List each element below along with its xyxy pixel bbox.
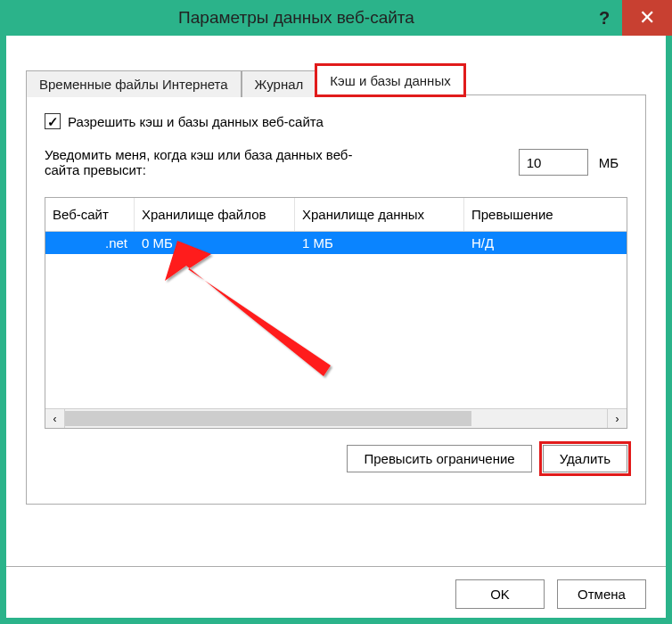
tab-temp-files[interactable]: Временные файлы Интернета [26, 70, 242, 97]
th-datastore[interactable]: Хранилище данных [295, 198, 464, 231]
window-title: Параметры данных веб-сайта [6, 8, 586, 28]
notify-unit: МБ [599, 155, 619, 170]
scroll-right-icon[interactable]: › [607, 409, 627, 428]
scroll-thumb[interactable] [65, 411, 471, 426]
help-button[interactable]: ? [586, 0, 622, 36]
table-body: .net 0 МБ 1 МБ Н/Д [45, 232, 627, 408]
titlebar-controls: ? ✕ [586, 0, 672, 36]
scroll-left-icon[interactable]: ‹ [45, 409, 65, 428]
cell-datastore: 1 МБ [295, 232, 464, 254]
tab-panel-cache-db: Разрешить кэш и базы данных веб-сайта Ув… [26, 94, 646, 505]
dialog-window: Параметры данных веб-сайта ? ✕ Временные… [0, 0, 672, 624]
notify-threshold-input[interactable] [519, 149, 588, 176]
notify-row: Уведомить меня, когда кэш или база данны… [45, 147, 627, 177]
table-header: Веб-сайт Хранилище файлов Хранилище данн… [45, 198, 627, 232]
arrow-annotation-icon [126, 241, 357, 383]
allow-cache-row: Разрешить кэш и базы данных веб-сайта [45, 113, 627, 129]
ok-button[interactable]: OK [455, 579, 545, 609]
cancel-button[interactable]: Отмена [557, 579, 646, 609]
cell-filestore: 0 МБ [135, 232, 295, 254]
tabstrip: Временные файлы Интернета Журнал Кэш и б… [26, 62, 646, 94]
scroll-track[interactable] [65, 409, 607, 428]
titlebar: Параметры данных веб-сайта ? ✕ [0, 0, 672, 36]
th-excess[interactable]: Превышение [464, 198, 580, 231]
allow-cache-checkbox[interactable] [45, 113, 61, 129]
dialog-footer: OK Отмена [6, 566, 666, 618]
th-site[interactable]: Веб-сайт [45, 198, 135, 231]
notify-label: Уведомить меня, когда кэш или база данны… [45, 147, 383, 177]
table-row[interactable]: .net 0 МБ 1 МБ Н/Д [45, 232, 627, 254]
exceed-limit-button[interactable]: Превысить ограничение [347, 445, 531, 472]
dialog-body: Временные файлы Интернета Журнал Кэш и б… [6, 36, 666, 521]
allow-cache-label: Разрешить кэш и базы данных веб-сайта [68, 114, 324, 129]
delete-button[interactable]: Удалить [543, 445, 627, 472]
th-filestore[interactable]: Хранилище файлов [135, 198, 295, 231]
tab-cache-db[interactable]: Кэш и базы данных [316, 65, 463, 95]
cell-excess: Н/Д [464, 232, 580, 254]
tab-history[interactable]: Журнал [242, 70, 317, 97]
horizontal-scrollbar[interactable]: ‹ › [45, 408, 627, 428]
cell-site: .net [45, 232, 135, 254]
svg-marker-0 [165, 241, 331, 376]
close-button[interactable]: ✕ [622, 0, 672, 36]
panel-buttons: Превысить ограничение Удалить [45, 445, 627, 472]
sites-table: Веб-сайт Хранилище файлов Хранилище данн… [45, 197, 627, 429]
